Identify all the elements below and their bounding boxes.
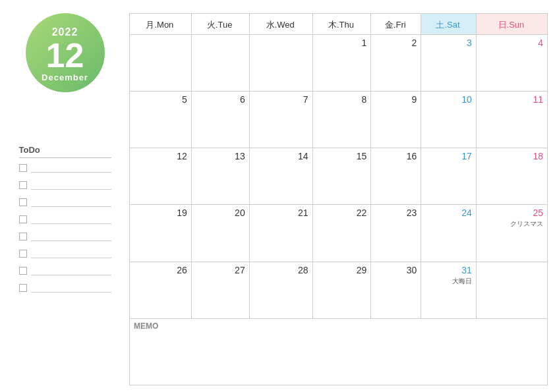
todo-checkbox-2[interactable] bbox=[19, 181, 27, 189]
memo-label: MEMO bbox=[134, 322, 158, 331]
week-row-3: 12 13 14 15 16 17 18 bbox=[130, 148, 548, 205]
week-row-5: 26 27 28 29 30 31大晦日 bbox=[130, 262, 548, 318]
cell-empty-2 bbox=[191, 35, 249, 92]
cell-dec-26: 26 bbox=[130, 262, 192, 318]
calendar-header-row: 月.Mon 火.Tue 水.Wed 木.Thu 金.Fri 土.Sat 日.Su… bbox=[130, 14, 548, 35]
col-thu: 木.Thu bbox=[312, 14, 371, 35]
cell-dec-6: 6 bbox=[191, 92, 249, 148]
col-sun: 日.Sun bbox=[476, 14, 547, 35]
cell-dec-2: 2 bbox=[371, 35, 421, 92]
todo-line-1 bbox=[31, 163, 111, 173]
col-wed: 水.Wed bbox=[249, 14, 312, 35]
todo-line-8 bbox=[31, 283, 111, 293]
todo-checkbox-8[interactable] bbox=[19, 284, 27, 292]
cell-dec-3: 3 bbox=[421, 35, 477, 92]
cell-dec-14: 14 bbox=[249, 148, 312, 205]
event-christmas: クリスマス bbox=[479, 219, 543, 229]
todo-line-7 bbox=[31, 266, 111, 275]
col-fri: 金.Fri bbox=[371, 14, 421, 35]
todo-item-2 bbox=[19, 181, 111, 190]
todo-line-6 bbox=[31, 249, 111, 258]
week-row-2: 5 6 7 8 9 10 11 bbox=[130, 92, 548, 148]
cell-dec-1: 1 bbox=[312, 35, 371, 92]
todo-item-6 bbox=[19, 249, 111, 258]
cell-dec-4: 4 bbox=[476, 35, 547, 92]
col-sat: 土.Sat bbox=[421, 14, 477, 35]
calendar-area: 月.Mon 火.Tue 水.Wed 木.Thu 金.Fri 土.Sat 日.Su… bbox=[123, 7, 548, 385]
cell-dec-28: 28 bbox=[249, 262, 312, 318]
cell-dec-10: 10 bbox=[421, 92, 477, 148]
todo-checkbox-6[interactable] bbox=[19, 250, 27, 258]
todo-checkbox-1[interactable] bbox=[19, 164, 27, 172]
cell-dec-7: 7 bbox=[249, 92, 312, 148]
todo-line-3 bbox=[31, 198, 111, 207]
cell-dec-18: 18 bbox=[476, 148, 547, 205]
cell-dec-20: 20 bbox=[191, 205, 249, 262]
cell-empty-1 bbox=[130, 35, 192, 92]
week-row-4: 19 20 21 22 23 24 25クリスマス bbox=[130, 205, 548, 262]
cell-dec-29: 29 bbox=[312, 262, 371, 318]
todo-item-5 bbox=[19, 232, 111, 241]
cell-dec-23: 23 bbox=[371, 205, 421, 262]
todo-item-7 bbox=[19, 266, 111, 275]
cell-dec-13: 13 bbox=[191, 148, 249, 205]
todo-line-5 bbox=[31, 232, 111, 241]
todo-item-8 bbox=[19, 283, 111, 293]
todo-section: ToDo bbox=[19, 145, 111, 300]
cell-dec-31: 31大晦日 bbox=[421, 262, 477, 318]
todo-item-3 bbox=[19, 198, 111, 207]
cell-dec-19: 19 bbox=[130, 205, 192, 262]
memo-row: MEMO bbox=[130, 318, 548, 385]
todo-checkbox-3[interactable] bbox=[19, 198, 27, 206]
cell-empty-3 bbox=[249, 35, 312, 92]
cell-dec-15: 15 bbox=[312, 148, 371, 205]
cell-dec-30: 30 bbox=[371, 262, 421, 318]
calendar-table: 月.Mon 火.Tue 水.Wed 木.Thu 金.Fri 土.Sat 日.Su… bbox=[129, 13, 548, 385]
month-circle: 2022 12 December bbox=[26, 13, 105, 92]
col-mon: 月.Mon bbox=[130, 14, 192, 35]
todo-line-4 bbox=[31, 215, 111, 224]
todo-checkbox-4[interactable] bbox=[19, 215, 27, 223]
cell-dec-25: 25クリスマス bbox=[476, 205, 547, 262]
cell-dec-27: 27 bbox=[191, 262, 249, 318]
cell-dec-9: 9 bbox=[371, 92, 421, 148]
todo-checkbox-5[interactable] bbox=[19, 233, 27, 240]
todo-line-2 bbox=[31, 181, 111, 190]
week-row-1: 1 2 3 4 bbox=[130, 35, 548, 92]
cell-dec-11: 11 bbox=[476, 92, 547, 148]
todo-label: ToDo bbox=[19, 145, 111, 155]
col-tue: 火.Tue bbox=[191, 14, 249, 35]
page: 2022 12 December ToDo bbox=[7, 7, 548, 385]
cell-dec-5: 5 bbox=[130, 92, 192, 148]
cell-dec-24: 24 bbox=[421, 205, 477, 262]
sidebar: 2022 12 December ToDo bbox=[7, 7, 123, 385]
cell-empty-end bbox=[476, 262, 547, 318]
month-number: 12 bbox=[46, 38, 84, 72]
cell-dec-22: 22 bbox=[312, 205, 371, 262]
todo-divider bbox=[19, 157, 111, 158]
todo-item-1 bbox=[19, 163, 111, 173]
memo-cell: MEMO bbox=[130, 318, 548, 385]
cell-dec-8: 8 bbox=[312, 92, 371, 148]
cell-dec-16: 16 bbox=[371, 148, 421, 205]
cell-dec-21: 21 bbox=[249, 205, 312, 262]
cell-dec-17: 17 bbox=[421, 148, 477, 205]
event-omisoka: 大晦日 bbox=[424, 277, 472, 286]
todo-checkbox-7[interactable] bbox=[19, 267, 27, 275]
month-name: December bbox=[42, 72, 88, 82]
cell-dec-12: 12 bbox=[130, 148, 192, 205]
todo-item-4 bbox=[19, 215, 111, 224]
